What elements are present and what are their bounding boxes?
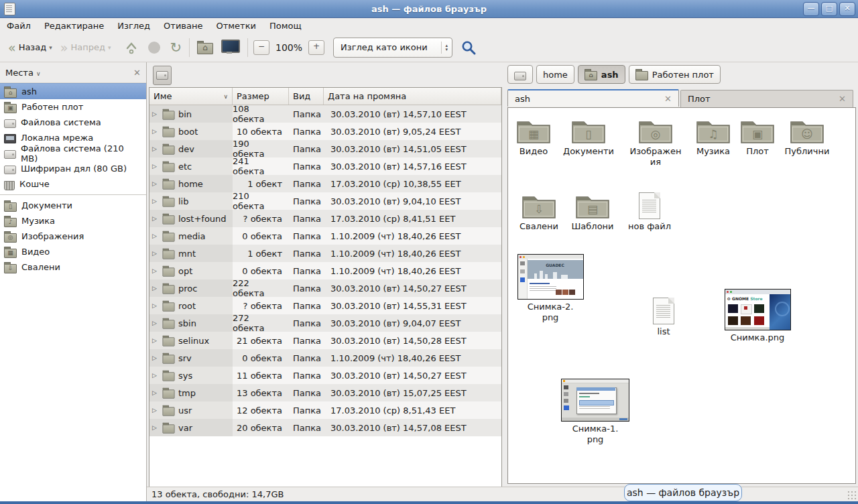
resize-grip[interactable] bbox=[847, 491, 857, 500]
home-button[interactable]: ⌂ bbox=[193, 38, 217, 57]
expander-icon[interactable]: ▷ bbox=[152, 111, 159, 117]
zoom-out-button[interactable]: − bbox=[253, 40, 269, 55]
reload-button[interactable]: ↻ bbox=[166, 40, 186, 56]
menu-item-1[interactable]: Редактиране bbox=[38, 19, 111, 32]
expander-icon[interactable]: ▷ bbox=[152, 180, 159, 187]
back-history-dropdown[interactable]: ▾ bbox=[49, 44, 52, 51]
tab-close-icon[interactable]: ✕ bbox=[664, 94, 672, 104]
table-row[interactable]: ▷opt0 обектаПапка1.10.2009 (чт) 18,40,26… bbox=[149, 262, 501, 279]
search-icon[interactable] bbox=[461, 40, 477, 56]
sidebar-item-Видео[interactable]: ▦Видео bbox=[0, 244, 146, 259]
table-row[interactable]: ▷home1 обектПапка17.03.2010 (ср) 10,38,5… bbox=[149, 175, 501, 192]
sidebar-item-ash[interactable]: ⌂ash bbox=[0, 83, 146, 99]
breadcrumb-button-ash[interactable]: ⌂ash bbox=[578, 65, 625, 84]
file-icon-Свалени[interactable]: ⇩ Свалени bbox=[514, 192, 564, 232]
sidebar-item-Файлова система[interactable]: Файлова система bbox=[0, 115, 146, 130]
expander-icon[interactable]: ▷ bbox=[152, 337, 159, 344]
table-row[interactable]: ▷tmp13 обектаПапка30.03.2010 (вт) 15,07,… bbox=[149, 384, 501, 401]
table-row[interactable]: ▷proc222 обектаПапка30.03.2010 (вт) 14,5… bbox=[149, 279, 501, 297]
file-icon-Плот[interactable]: ▣ Плот bbox=[737, 117, 778, 157]
expander-icon[interactable]: ▷ bbox=[152, 215, 159, 222]
file-icon-нов файл[interactable]: нов файл bbox=[621, 192, 678, 232]
expander-icon[interactable]: ▷ bbox=[152, 128, 159, 135]
column-header-Размер[interactable]: Размер bbox=[233, 88, 289, 105]
table-row[interactable]: ▷etc241 обектаПапка30.03.2010 (вт) 14,57… bbox=[149, 158, 501, 175]
minimize-button[interactable]: — bbox=[803, 2, 819, 16]
file-icon-Видео[interactable]: ▦ Видео bbox=[513, 117, 554, 157]
file-icon-Документи[interactable]: ▯ Документи bbox=[556, 117, 621, 157]
expander-icon[interactable]: ▷ bbox=[152, 320, 159, 326]
expander-icon[interactable]: ▷ bbox=[152, 302, 159, 309]
stop-button[interactable] bbox=[143, 38, 166, 58]
expander-icon[interactable]: ▷ bbox=[152, 198, 159, 204]
back-button[interactable]: « Назад ▾ bbox=[4, 40, 56, 56]
icon-view[interactable]: ▦ Видео ▯ Документи ◎ Изображения ♫ Музи… bbox=[507, 107, 856, 484]
menu-item-2[interactable]: Изглед bbox=[111, 19, 157, 32]
file-icon-Снимка-2.png[interactable]: GUADEC Снимка-2.png bbox=[515, 254, 585, 323]
table-row[interactable]: ▷usr12 обектаПапка17.03.2010 (ср) 8,51,4… bbox=[149, 401, 501, 419]
column-header-Вид[interactable]: Вид bbox=[289, 88, 324, 105]
tree-root-button[interactable] bbox=[153, 66, 172, 85]
table-row[interactable]: ▷sbin272 обектаПапка30.03.2010 (вт) 9,04… bbox=[149, 314, 501, 332]
close-button[interactable]: ✕ bbox=[839, 2, 855, 16]
table-row[interactable]: ▷bin108 обектаПапка30.03.2010 (вт) 14,57… bbox=[149, 105, 501, 123]
breadcrumb-button-Работен плот[interactable]: Работен плот bbox=[629, 65, 721, 84]
table-row[interactable]: ▷lost+found? обектаПапка17.03.2010 (ср) … bbox=[149, 210, 501, 227]
breadcrumb-button-home[interactable]: home bbox=[536, 65, 574, 84]
table-row[interactable]: ▷lib210 обектаПапка30.03.2010 (вт) 9,04,… bbox=[149, 192, 501, 210]
table-row[interactable]: ▷mnt1 обектПапка1.10.2009 (чт) 18,40,26 … bbox=[149, 245, 501, 262]
expander-icon[interactable]: ▷ bbox=[152, 267, 159, 274]
expander-icon[interactable]: ▷ bbox=[152, 233, 159, 239]
table-row[interactable]: ▷sys11 обектаПапка30.03.2010 (вт) 14,50,… bbox=[149, 367, 501, 384]
expander-icon[interactable]: ▷ bbox=[152, 163, 159, 170]
menu-item-4[interactable]: Отметки bbox=[209, 19, 262, 32]
expander-icon[interactable]: ▷ bbox=[152, 424, 159, 431]
expander-icon[interactable]: ▷ bbox=[152, 372, 159, 379]
menu-item-3[interactable]: Отиване bbox=[157, 19, 209, 32]
forward-button[interactable]: » Напред ▾ bbox=[56, 40, 115, 56]
up-button[interactable] bbox=[120, 38, 143, 58]
file-icon-list[interactable]: list bbox=[641, 298, 686, 337]
view-mode-select[interactable]: Изглед като икони ▴▾ bbox=[333, 38, 452, 58]
table-row[interactable]: ▷var20 обектаПапка30.03.2010 (вт) 14,57,… bbox=[149, 419, 501, 436]
file-icon-Шаблони[interactable]: ▤ Шаблони bbox=[566, 192, 619, 232]
zoom-in-button[interactable]: + bbox=[308, 40, 324, 55]
file-icon-Музика[interactable]: ♫ Музика bbox=[690, 117, 737, 157]
expander-icon[interactable]: ▷ bbox=[152, 407, 159, 414]
sidebar-item-Файлова система (210 MB)[interactable]: Файлова система (210 MB) bbox=[0, 145, 146, 161]
computer-button[interactable] bbox=[217, 38, 244, 57]
sidebar-item-Работен плот[interactable]: ▣Работен плот bbox=[0, 99, 146, 115]
column-header-Дата на промяна[interactable]: Дата на промяна bbox=[324, 88, 501, 105]
menu-item-5[interactable]: Помощ bbox=[263, 19, 308, 32]
sidebar-item-Кошче[interactable]: Кошче bbox=[0, 176, 146, 192]
sidebar-item-Свалени[interactable]: ⇩Свалени bbox=[0, 259, 146, 275]
table-row[interactable]: ▷selinux21 обектаПапка30.03.2010 (вт) 14… bbox=[149, 332, 501, 349]
sidebar-item-Музика[interactable]: ♪Музика bbox=[0, 213, 146, 229]
tab-close-icon[interactable]: ✕ bbox=[839, 94, 846, 104]
file-icon-Изображения[interactable]: ◎ Изображения bbox=[621, 117, 690, 168]
file-icon-Снимка.png[interactable]: ⚙ GNOME Store Снимка.png bbox=[714, 289, 801, 343]
maximize-button[interactable]: □ bbox=[821, 2, 837, 16]
table-row[interactable]: ▷media0 обектаПапка1.10.2009 (чт) 18,40,… bbox=[149, 227, 501, 245]
table-row[interactable]: ▷srv0 обектаПапка1.10.2009 (чт) 18,40,26… bbox=[149, 349, 501, 367]
table-row[interactable]: ▷boot10 обектаПапка30.03.2010 (вт) 9,05,… bbox=[149, 123, 501, 140]
places-selector[interactable]: Места ∨ bbox=[5, 68, 133, 78]
file-icon-Снимка-1.png[interactable]: Снимка-1.png bbox=[560, 379, 631, 445]
breadcrumb-button-root[interactable] bbox=[507, 65, 533, 84]
sidebar-item-Изображения[interactable]: ◎Изображения bbox=[0, 229, 146, 244]
expander-icon[interactable]: ▷ bbox=[152, 145, 159, 152]
file-icon-Публични[interactable]: ☺ Публични bbox=[777, 117, 837, 157]
expander-icon[interactable]: ▷ bbox=[152, 355, 159, 361]
tab-ash[interactable]: ash✕ bbox=[507, 89, 679, 107]
sidebar-item-Документи[interactable]: ▯Документи bbox=[0, 198, 146, 213]
forward-history-dropdown[interactable]: ▾ bbox=[108, 44, 111, 51]
table-row[interactable]: ▷dev190 обектаПапка30.03.2010 (вт) 14,51… bbox=[149, 140, 501, 158]
expander-icon[interactable]: ▷ bbox=[152, 250, 159, 257]
column-header-Име[interactable]: Име∨ bbox=[149, 88, 233, 105]
menu-item-0[interactable]: Файл bbox=[0, 19, 38, 32]
sidebar-close-icon[interactable]: ✕ bbox=[133, 68, 141, 78]
tab-Плот[interactable]: Плот✕ bbox=[680, 90, 853, 107]
sidebar-item-Шифриран дял (80 GB)[interactable]: Шифриран дял (80 GB) bbox=[0, 161, 146, 176]
expander-icon[interactable]: ▷ bbox=[152, 285, 159, 292]
expander-icon[interactable]: ▷ bbox=[152, 389, 159, 396]
